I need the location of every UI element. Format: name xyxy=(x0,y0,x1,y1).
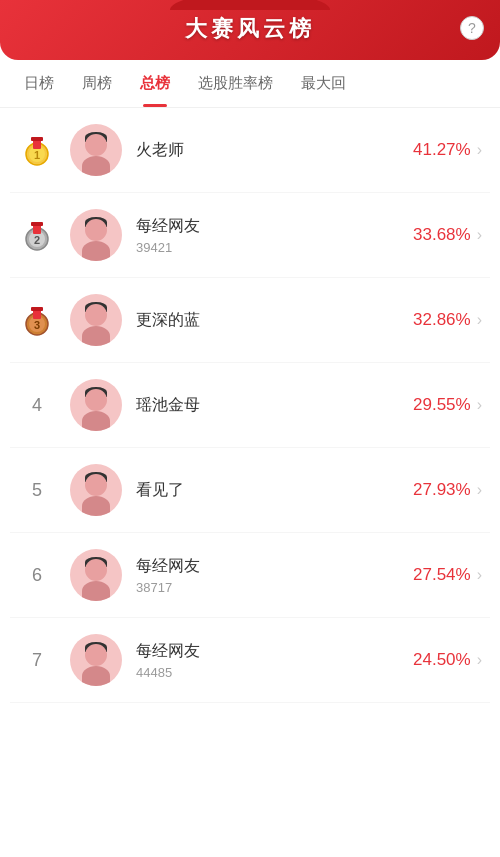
name-area: 看见了 xyxy=(136,479,413,501)
rank-badge-number: 6 xyxy=(18,565,56,586)
chevron-right-icon: › xyxy=(477,396,482,414)
name-area: 瑶池金母 xyxy=(136,394,413,416)
name-area: 每经网友 39421 xyxy=(136,215,413,254)
avatar xyxy=(70,464,122,516)
tab-maxreturn[interactable]: 最大回 xyxy=(287,60,360,107)
score-value: 29.55% xyxy=(413,395,471,415)
chevron-right-icon: › xyxy=(477,481,482,499)
tab-daily[interactable]: 日榜 xyxy=(10,60,68,107)
rank-badge-number: 7 xyxy=(18,650,56,671)
chevron-right-icon: › xyxy=(477,566,482,584)
avatar-body xyxy=(82,581,110,601)
avatar-body xyxy=(82,156,110,176)
avatar-body xyxy=(82,326,110,346)
avatar xyxy=(70,634,122,686)
chevron-right-icon: › xyxy=(477,311,482,329)
svg-rect-4 xyxy=(31,137,43,141)
score-area: 24.50% › xyxy=(413,650,482,670)
name-area: 每经网友 44485 xyxy=(136,640,413,679)
user-sub: 44485 xyxy=(136,665,413,680)
avatar-head xyxy=(85,134,107,156)
rank-badge-gold: 1 xyxy=(18,133,56,167)
rank-item[interactable]: 7 每经网友 44485 24.50% › xyxy=(10,618,490,703)
user-sub: 39421 xyxy=(136,240,413,255)
score-area: 33.68% › xyxy=(413,225,482,245)
svg-text:3: 3 xyxy=(34,319,40,331)
avatar-body xyxy=(82,496,110,516)
avatar-head xyxy=(85,219,107,241)
chevron-right-icon: › xyxy=(477,226,482,244)
user-name: 看见了 xyxy=(136,479,413,501)
avatar xyxy=(70,549,122,601)
tab-winrate[interactable]: 选股胜率榜 xyxy=(184,60,287,107)
chevron-right-icon: › xyxy=(477,141,482,159)
rank-item[interactable]: 4 瑶池金母 29.55% › xyxy=(10,363,490,448)
avatar-body xyxy=(82,411,110,431)
avatar-body xyxy=(82,666,110,686)
score-value: 32.86% xyxy=(413,310,471,330)
avatar-head xyxy=(85,389,107,411)
score-area: 41.27% › xyxy=(413,140,482,160)
header-banner: 大赛风云榜 ? xyxy=(0,0,500,60)
rank-item[interactable]: 1 火老师 41.27% › xyxy=(10,108,490,193)
rank-item[interactable]: 3 更深的蓝 32.86% › xyxy=(10,278,490,363)
tab-total[interactable]: 总榜 xyxy=(126,60,184,107)
avatar-head xyxy=(85,559,107,581)
score-area: 32.86% › xyxy=(413,310,482,330)
rank-list: 1 火老师 41.27% › 2 每经网友 39421 xyxy=(0,108,500,703)
avatar-body xyxy=(82,241,110,261)
avatar xyxy=(70,124,122,176)
svg-rect-14 xyxy=(31,307,43,311)
tabs-container: 日榜周榜总榜选股胜率榜最大回 xyxy=(0,60,500,108)
user-name: 每经网友 xyxy=(136,215,413,237)
score-value: 27.54% xyxy=(413,565,471,585)
avatar xyxy=(70,379,122,431)
rank-item[interactable]: 2 每经网友 39421 33.68% › xyxy=(10,193,490,278)
rank-badge-bronze: 3 xyxy=(18,303,56,337)
score-area: 27.93% › xyxy=(413,480,482,500)
rank-badge-silver: 2 xyxy=(18,218,56,252)
user-name: 每经网友 xyxy=(136,555,413,577)
user-name: 火老师 xyxy=(136,139,413,161)
help-icon[interactable]: ? xyxy=(460,16,484,40)
rank-badge-number: 4 xyxy=(18,395,56,416)
rank-item[interactable]: 6 每经网友 38717 27.54% › xyxy=(10,533,490,618)
chevron-right-icon: › xyxy=(477,651,482,669)
avatar xyxy=(70,294,122,346)
avatar xyxy=(70,209,122,261)
avatar-head xyxy=(85,644,107,666)
page-title: 大赛风云榜 xyxy=(185,16,315,41)
tab-weekly[interactable]: 周榜 xyxy=(68,60,126,107)
score-value: 24.50% xyxy=(413,650,471,670)
user-name: 每经网友 xyxy=(136,640,413,662)
name-area: 每经网友 38717 xyxy=(136,555,413,594)
user-name: 更深的蓝 xyxy=(136,309,413,331)
score-value: 33.68% xyxy=(413,225,471,245)
svg-rect-9 xyxy=(31,222,43,226)
rank-item[interactable]: 5 看见了 27.93% › xyxy=(10,448,490,533)
svg-text:2: 2 xyxy=(34,234,40,246)
svg-text:1: 1 xyxy=(34,149,40,161)
score-value: 27.93% xyxy=(413,480,471,500)
avatar-head xyxy=(85,474,107,496)
name-area: 更深的蓝 xyxy=(136,309,413,331)
score-area: 27.54% › xyxy=(413,565,482,585)
user-name: 瑶池金母 xyxy=(136,394,413,416)
avatar-head xyxy=(85,304,107,326)
score-value: 41.27% xyxy=(413,140,471,160)
rank-badge-number: 5 xyxy=(18,480,56,501)
user-sub: 38717 xyxy=(136,580,413,595)
score-area: 29.55% › xyxy=(413,395,482,415)
name-area: 火老师 xyxy=(136,139,413,161)
